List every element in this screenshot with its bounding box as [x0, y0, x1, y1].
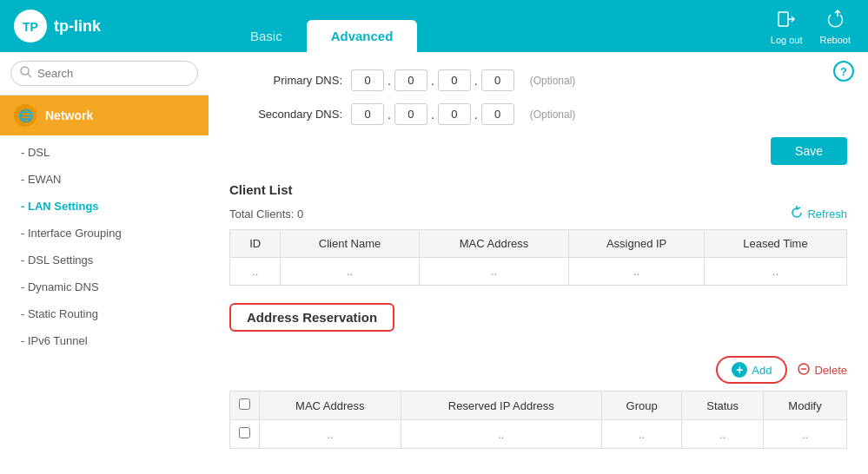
client-list-header: Total Clients: 0 Refresh: [229, 206, 847, 222]
reservation-table: MAC Address Reserved IP Address Group St…: [229, 391, 847, 449]
logout-icon: [777, 10, 796, 33]
add-label: Add: [752, 364, 772, 377]
svg-rect-4: [779, 12, 788, 26]
svg-line-3: [28, 74, 31, 77]
delete-label: Delete: [814, 364, 847, 377]
cell-leased-time: ..: [704, 258, 846, 286]
cell-res-group: ..: [601, 420, 681, 449]
secondary-dns-octet1[interactable]: [351, 103, 384, 125]
select-all-checkbox[interactable]: [239, 398, 250, 410]
secondary-dns-octet4[interactable]: [481, 103, 514, 125]
cell-res-status: ..: [682, 420, 764, 449]
primary-dns-inputs: . . .: [351, 69, 514, 91]
add-icon: +: [732, 362, 747, 378]
primary-dns-row: Primary DNS: . . . (Optional): [229, 69, 847, 91]
logout-label: Log out: [771, 35, 803, 45]
tab-basic[interactable]: Basic: [226, 20, 307, 52]
secondary-dns-row: Secondary DNS: . . . (Optional): [229, 103, 847, 125]
sidebar-item-dsl-settings[interactable]: - DSL Settings: [0, 247, 209, 273]
sidebar-header: TP tp-link: [0, 0, 209, 52]
col-res-ip: Reserved IP Address: [401, 392, 601, 420]
cell-client-name: ..: [281, 258, 419, 286]
help-icon[interactable]: ?: [833, 61, 854, 82]
refresh-label: Refresh: [807, 207, 847, 221]
section-divider: Address Reservation: [229, 303, 847, 344]
primary-dns-octet1[interactable]: [351, 69, 384, 91]
save-button[interactable]: Save: [771, 137, 847, 165]
sidebar-item-ewan[interactable]: - EWAN: [0, 166, 209, 193]
sidebar: TP tp-link 🌐 Network - DSL - EWAN - LAN …: [0, 0, 209, 474]
logo-text: tp-link: [54, 17, 101, 36]
col-id: ID: [230, 230, 281, 258]
col-assigned-ip: Assigned IP: [569, 230, 704, 258]
col-res-group: Group: [601, 392, 681, 420]
ip-dot1: .: [388, 74, 391, 88]
row-checkbox[interactable]: [239, 427, 250, 438]
client-list-table: ID Client Name MAC Address Assigned IP L…: [229, 229, 847, 286]
col-leased-time: Leased Time: [704, 230, 846, 258]
secondary-dns-label: Secondary DNS:: [229, 108, 342, 121]
sidebar-item-dynamic-dns[interactable]: - Dynamic DNS: [0, 273, 209, 300]
primary-dns-octet2[interactable]: [394, 69, 427, 91]
reboot-icon: [825, 10, 845, 33]
sidebar-item-ipv6-tunnel[interactable]: - IPv6 Tunnel: [0, 327, 209, 354]
address-reservation-title: Address Reservation: [229, 303, 394, 332]
svg-text:TP: TP: [23, 20, 38, 34]
cell-assigned-ip: ..: [569, 258, 704, 286]
secondary-dns-optional: (Optional): [530, 109, 576, 121]
sidebar-item-lan-settings[interactable]: - LAN Settings: [0, 193, 209, 220]
top-actions: Log out Reboot: [771, 10, 851, 52]
ip-dot2: .: [431, 74, 434, 88]
sidebar-item-interface-grouping[interactable]: - Interface Grouping: [0, 220, 209, 247]
tplink-logo-icon: TP: [14, 10, 47, 43]
refresh-button[interactable]: Refresh: [790, 206, 847, 222]
sidebar-network-label: Network: [45, 109, 93, 122]
ip-dot6: .: [474, 108, 478, 122]
search-box: [10, 61, 198, 86]
col-res-mac: MAC Address: [260, 392, 401, 420]
primary-dns-label: Primary DNS:: [229, 74, 342, 87]
reboot-button[interactable]: Reboot: [820, 10, 851, 45]
col-res-modify: Modify: [764, 392, 847, 420]
delete-button[interactable]: Delete: [798, 356, 847, 384]
svg-point-2: [21, 67, 29, 75]
secondary-dns-octet2[interactable]: [394, 103, 427, 125]
reservation-actions: + Add Delete: [229, 356, 847, 384]
col-mac-address: MAC Address: [419, 230, 569, 258]
primary-dns-octet4[interactable]: [481, 69, 514, 91]
cell-res-mac: ..: [260, 420, 401, 449]
col-client-name: Client Name: [281, 230, 419, 258]
ip-dot4: .: [388, 108, 391, 122]
sidebar-subitems: - DSL - EWAN - LAN Settings - Interface …: [0, 135, 209, 358]
primary-dns-octet3[interactable]: [438, 69, 471, 91]
table-row: .. .. .. .. ..: [230, 420, 847, 449]
cell-mac: ..: [419, 258, 569, 286]
save-row: Save: [229, 137, 847, 165]
search-icon: [20, 66, 32, 81]
add-button[interactable]: + Add: [716, 356, 787, 384]
sidebar-item-static-routing[interactable]: - Static Routing: [0, 300, 209, 327]
refresh-icon: [790, 206, 804, 222]
sidebar-scroll: 🌐 Network - DSL - EWAN - LAN Settings - …: [0, 95, 209, 474]
client-list-title: Client List: [229, 182, 847, 197]
row-checkbox-cell: [230, 420, 260, 449]
logout-button[interactable]: Log out: [771, 10, 803, 45]
table-row: .. .. .. .. ..: [230, 258, 847, 286]
secondary-dns-octet3[interactable]: [438, 103, 471, 125]
primary-dns-optional: (Optional): [530, 75, 576, 87]
top-bar: Basic Advanced Log out: [209, 0, 868, 52]
delete-icon: [798, 363, 810, 378]
network-globe-icon: 🌐: [14, 104, 36, 127]
ip-dot5: .: [431, 108, 434, 122]
col-checkbox: [230, 392, 260, 420]
sidebar-item-network[interactable]: 🌐 Network: [0, 95, 209, 135]
main-content: Basic Advanced Log out: [209, 0, 868, 474]
content-area: ? Primary DNS: . . . (Optional) Secondar…: [209, 52, 868, 474]
tab-advanced[interactable]: Advanced: [307, 20, 418, 52]
secondary-dns-inputs: . . .: [351, 103, 514, 125]
cell-res-modify: ..: [764, 420, 847, 449]
search-input[interactable]: [37, 67, 189, 80]
sidebar-item-dsl[interactable]: - DSL: [0, 139, 209, 166]
reboot-label: Reboot: [820, 35, 851, 45]
cell-res-ip: ..: [401, 420, 601, 449]
